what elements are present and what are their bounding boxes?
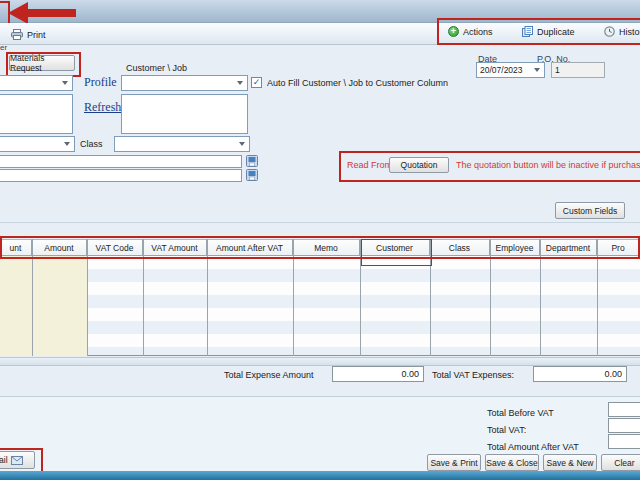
- save-new-label: Save & New: [547, 458, 594, 468]
- clear-label: Clear: [614, 458, 634, 468]
- history-clock-icon: [604, 26, 615, 37]
- save-print-label: Save & Print: [430, 458, 477, 468]
- email-button[interactable]: Email: [0, 451, 35, 469]
- total-after-vat-label: Total Amount After VAT: [487, 442, 579, 452]
- date-value: 20/07/2023: [480, 65, 523, 75]
- chevron-down-icon: [239, 142, 245, 146]
- purchase-order-window: Print + Actions Duplicate History er Mat…: [0, 0, 640, 480]
- actions-label: Actions: [463, 27, 493, 37]
- annotation-arrow-shaft: [26, 9, 76, 17]
- custom-fields-label: Custom Fields: [563, 206, 617, 216]
- annotation-actions-group: + Actions Duplicate History: [437, 18, 640, 45]
- text-field-row1[interactable]: [0, 155, 242, 168]
- total-vat-expenses-label: Total VAT Expenses:: [432, 370, 514, 380]
- save-close-label: Save & Close: [486, 458, 538, 468]
- customer-address-textarea[interactable]: [121, 94, 248, 134]
- chevron-down-icon: [62, 81, 68, 85]
- browse-icon-row2[interactable]: [246, 169, 258, 181]
- chevron-down-icon: [64, 142, 70, 146]
- materials-request-button[interactable]: Materials Request: [9, 55, 75, 71]
- profile-link[interactable]: Profile: [84, 75, 117, 90]
- status-bar: [0, 471, 640, 480]
- total-before-vat-label: Total Before VAT: [487, 408, 554, 418]
- autofill-label: Auto Fill Customer \ Job to Customer Col…: [267, 78, 448, 88]
- supplier-address-textarea[interactable]: [0, 94, 73, 134]
- table-body[interactable]: [0, 256, 640, 356]
- actions-button[interactable]: + Actions: [448, 26, 493, 37]
- custom-fields-button[interactable]: Custom Fields: [555, 202, 625, 219]
- left-combobox[interactable]: [0, 136, 75, 152]
- duplicate-icon: [522, 26, 533, 37]
- total-before-vat-field[interactable]: [608, 402, 640, 417]
- total-vat-expenses-field[interactable]: 0.00: [533, 366, 627, 382]
- total-vat-field[interactable]: [608, 418, 640, 433]
- duplicate-label: Duplicate: [537, 27, 575, 37]
- print-label: Print: [27, 30, 46, 40]
- print-button[interactable]: Print: [11, 27, 46, 42]
- save-and-close-button[interactable]: Save & Close: [485, 454, 539, 471]
- read-from-label: Read From: [347, 160, 392, 170]
- total-vat-label: Total VAT:: [487, 425, 526, 435]
- total-expense-field[interactable]: 0.00: [332, 366, 424, 382]
- po-number-field[interactable]: 1: [551, 62, 605, 78]
- quotation-label: Quotation: [401, 160, 438, 170]
- plus-circle-icon: +: [448, 26, 459, 37]
- history-button[interactable]: History: [604, 26, 640, 37]
- clear-button[interactable]: Clear: [601, 454, 640, 471]
- annotation-arrow-icon: [8, 2, 28, 24]
- customer-job-combobox[interactable]: [121, 75, 248, 91]
- email-label: Email: [0, 455, 8, 465]
- autofill-checkbox[interactable]: ✓: [251, 77, 262, 88]
- history-label: History: [619, 27, 640, 37]
- quotation-note: The quotation button will be inactive if…: [456, 160, 640, 170]
- supplier-combobox[interactable]: [0, 75, 73, 91]
- total-expense-label: Total Expense Amount: [224, 370, 314, 380]
- save-and-new-button[interactable]: Save & New: [543, 454, 597, 471]
- chevron-down-icon: [237, 81, 243, 85]
- class-combobox[interactable]: [114, 136, 250, 152]
- browse-icon-row1[interactable]: [246, 155, 258, 167]
- total-after-vat-field[interactable]: [608, 434, 640, 449]
- printer-icon: [11, 29, 23, 40]
- section-divider: [0, 222, 640, 223]
- date-picker[interactable]: 20/07/2023: [476, 62, 545, 78]
- text-field-row2[interactable]: [0, 169, 242, 182]
- materials-request-label: Materials Request: [10, 53, 74, 73]
- class-label: Class: [80, 139, 103, 149]
- customer-job-label: Customer \ Job: [126, 63, 187, 73]
- horizontal-scrollbar[interactable]: [0, 357, 640, 366]
- annotation-table-header-box: [0, 236, 640, 259]
- duplicate-button[interactable]: Duplicate: [522, 26, 575, 37]
- envelope-icon: [11, 456, 23, 465]
- save-and-print-button[interactable]: Save & Print: [427, 454, 481, 471]
- check-icon: ✓: [253, 78, 261, 87]
- refresh-link[interactable]: Refresh: [84, 100, 121, 115]
- chevron-down-icon: [534, 68, 540, 72]
- annotation-customer-column-box: [361, 239, 432, 266]
- quotation-button[interactable]: Quotation: [389, 157, 449, 173]
- table-amount-columns-highlight: [0, 256, 87, 356]
- supplier-label-fragment: er: [0, 43, 7, 52]
